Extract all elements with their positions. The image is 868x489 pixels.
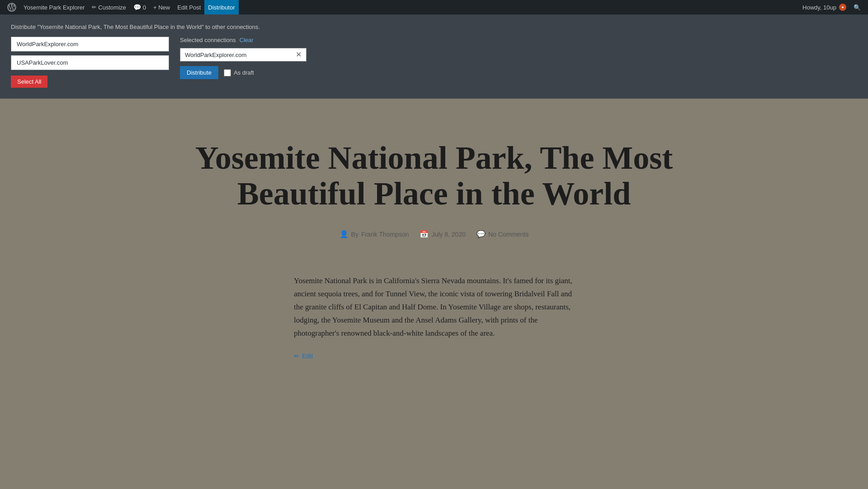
selected-connections-label: Selected connections (180, 37, 236, 43)
post-author-meta: 👤 By Frank Thompson (340, 230, 409, 238)
distributor-content: WorldParkExplorer.com USAParkLover.com S… (11, 37, 857, 88)
howdy-label: Howdy, 10up (802, 4, 836, 11)
search-button[interactable]: 🔍 (850, 0, 864, 14)
select-all-button[interactable]: Select All (11, 76, 47, 88)
distribute-button[interactable]: Distribute (180, 66, 218, 79)
distributor-button[interactable]: Distributor (204, 0, 238, 14)
comments-button[interactable]: 💬 0 (130, 0, 150, 14)
connection-item-worldparkexplorer[interactable]: WorldParkExplorer.com (11, 37, 169, 52)
edit-post-label: Edit Post (177, 4, 201, 11)
connection-label: WorldParkExplorer.com (17, 41, 78, 47)
edit-link[interactable]: ✏ Edit (294, 351, 574, 362)
post-body-text: Yosemite National Park is in California'… (294, 275, 574, 340)
post-author: Frank Thompson (361, 231, 409, 238)
distributor-connections-list: WorldParkExplorer.com USAParkLover.com S… (11, 37, 169, 88)
post-meta: 👤 By Frank Thompson 📅 July 8, 2020 💬 No … (172, 230, 696, 238)
post-author-prefix: By (351, 231, 359, 238)
distributor-actions: Distribute As draft (180, 66, 307, 79)
post-title: Yosemite National Park, The Most Beautif… (172, 140, 696, 212)
selected-connections-header: Selected connections Clear (180, 37, 307, 43)
content-area: Yosemite National Park, The Most Beautif… (0, 99, 868, 489)
customize-label: Customize (98, 4, 126, 11)
selected-tag-label: WorldParkExplorer.com (185, 52, 246, 58)
customize-icon: ✏ (92, 4, 96, 10)
as-draft-label[interactable]: As draft (224, 69, 254, 76)
distributor-label: Distributor (208, 4, 235, 11)
adminbar-right: Howdy, 10up ● 🔍 (799, 0, 864, 14)
post-content: Yosemite National Park, The Most Beautif… (163, 113, 705, 380)
edit-post-button[interactable]: Edit Post (174, 0, 204, 14)
clear-button[interactable]: Clear (240, 37, 254, 43)
post-body: Yosemite National Park is in California'… (294, 275, 574, 361)
search-icon: 🔍 (854, 4, 861, 11)
new-content-button[interactable]: + New (150, 0, 174, 14)
site-name-label: Yosemite Park Explorer (24, 4, 85, 11)
distributor-title: Distribute "Yosemite National Park, The … (11, 24, 857, 30)
wp-logo-button[interactable] (4, 0, 20, 14)
distributor-panel: Distribute "Yosemite National Park, The … (0, 14, 868, 99)
notification-badge: ● (839, 4, 846, 11)
as-draft-checkbox[interactable] (224, 69, 231, 76)
post-comments-meta: 💬 No Comments (476, 230, 528, 238)
as-draft-text: As draft (234, 69, 254, 76)
post-date: July 8, 2020 (431, 231, 466, 238)
post-comments: No Comments (488, 231, 528, 238)
customize-button[interactable]: ✏ Customize (88, 0, 129, 14)
admin-bar: Yosemite Park Explorer ✏ Customize 💬 0 +… (0, 0, 868, 14)
new-label: + New (153, 4, 170, 11)
connection-item-usaparklover[interactable]: USAParkLover.com (11, 55, 169, 70)
connection-label: USAParkLover.com (17, 59, 68, 66)
edit-label: Edit (302, 351, 313, 362)
distributor-selected-area: Selected connections Clear WorldParkExpl… (180, 37, 307, 79)
comments-count: 0 (143, 4, 146, 11)
comments-icon: 💬 (476, 230, 486, 238)
comment-icon: 💬 (133, 4, 141, 11)
howdy-button[interactable]: Howdy, 10up ● (799, 0, 850, 14)
selected-tag-worldparkexplorer: WorldParkExplorer.com ✕ (180, 48, 307, 62)
author-icon: 👤 (340, 230, 349, 238)
remove-tag-button[interactable]: ✕ (296, 51, 302, 58)
calendar-icon: 📅 (420, 230, 429, 238)
site-name-button[interactable]: Yosemite Park Explorer (20, 0, 88, 14)
edit-icon: ✏ (294, 351, 299, 362)
post-date-meta: 📅 July 8, 2020 (420, 230, 466, 238)
